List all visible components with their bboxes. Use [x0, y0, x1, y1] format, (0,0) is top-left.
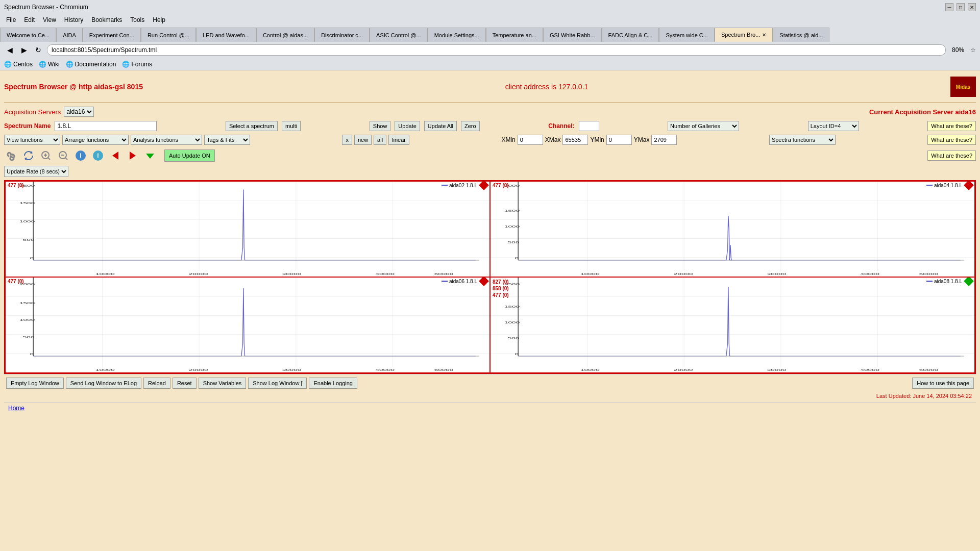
send-log-button[interactable]: Send Log Window to ELog	[66, 378, 141, 389]
arrange-functions-select[interactable]: Arrange functions	[62, 135, 129, 145]
next-arrow-button[interactable]	[126, 148, 140, 163]
tab-run-control[interactable]: Run Control @...	[141, 28, 196, 42]
new-button[interactable]: new	[354, 135, 372, 145]
svg-rect-36	[491, 182, 974, 277]
view-functions-select[interactable]: View functions	[4, 135, 60, 145]
layout-id-select[interactable]: Layout ID=4	[808, 121, 859, 131]
tab-asic[interactable]: ASIC Control @...	[370, 28, 428, 42]
spectra-functions-select[interactable]: Spectra functions	[769, 135, 836, 145]
tab-module[interactable]: Module Settings...	[428, 28, 486, 42]
channel-input[interactable]	[579, 121, 599, 131]
tab-discriminator[interactable]: Discriminator c...	[314, 28, 370, 42]
refresh-icon-button[interactable]	[21, 148, 36, 163]
svg-text:1500: 1500	[504, 210, 520, 213]
spectrum-label-4b: 858 (0)	[493, 285, 509, 292]
prev-arrow-button[interactable]	[108, 148, 122, 163]
bookmark-centos[interactable]: 🌐 Centos	[4, 61, 33, 68]
update-button[interactable]: Update	[395, 121, 420, 131]
back-button[interactable]: ◀	[4, 44, 15, 56]
menu-history[interactable]: History	[60, 15, 87, 24]
xmax-input[interactable]	[562, 135, 588, 145]
show-log-button[interactable]: Show Log Window [	[248, 378, 307, 389]
down-arrow-button[interactable]	[143, 148, 157, 163]
tab-temperature[interactable]: Temperature an...	[486, 28, 543, 42]
menu-tools[interactable]: Tools	[126, 15, 149, 24]
zoom-out-icon-button[interactable]	[56, 148, 70, 163]
svg-text:500: 500	[23, 239, 35, 242]
radioactive-icon-button[interactable]	[4, 148, 18, 163]
bookmark-forums[interactable]: 🌐 Forums	[122, 61, 152, 68]
ymax-input[interactable]	[651, 135, 677, 145]
header-divider	[4, 102, 976, 103]
linear-button[interactable]: linear	[388, 135, 409, 145]
empty-log-button[interactable]: Empty Log Window	[6, 378, 64, 389]
maximize-button[interactable]: □	[957, 3, 965, 11]
tags-fits-select[interactable]: Tags & Fits	[204, 135, 250, 145]
tab-system[interactable]: System wide C...	[659, 28, 715, 42]
tab-spectrum[interactable]: Spectrum Bro... ✕	[715, 28, 773, 42]
multi-button[interactable]: multi	[282, 121, 301, 131]
enable-logging-button[interactable]: Enable Logging	[309, 378, 357, 389]
zero-button[interactable]: Zero	[461, 121, 480, 131]
bookmark-documentation[interactable]: 🌐 Documentation	[66, 61, 116, 68]
svg-rect-78	[491, 278, 974, 372]
number-of-galleries-select[interactable]: Number of Galleries	[668, 121, 739, 131]
svg-marker-12	[112, 152, 118, 160]
xmin-input[interactable]	[518, 135, 543, 145]
home-link[interactable]: Home	[4, 403, 29, 414]
what-are-these-button-3[interactable]: What are these?	[927, 151, 976, 161]
info-icon-button-2[interactable]: i	[91, 148, 105, 163]
reload-nav-button[interactable]: ↻	[33, 44, 44, 56]
svg-text:60000: 60000	[434, 273, 454, 276]
tab-aida[interactable]: AIDA	[56, 28, 83, 42]
bookmark-icon[interactable]: ☆	[970, 46, 976, 54]
svg-text:i: i	[97, 152, 99, 159]
page-header: Spectrum Browser @ http aidas-gsl 8015 c…	[4, 73, 976, 100]
tab-experiment[interactable]: Experiment Con...	[83, 28, 141, 42]
show-variables-button[interactable]: Show Variables	[199, 378, 247, 389]
x-button[interactable]: x	[342, 135, 352, 145]
svg-text:40000: 40000	[861, 369, 880, 372]
menu-help[interactable]: Help	[149, 15, 169, 24]
menu-bookmarks[interactable]: Bookmarks	[87, 15, 126, 24]
tab-fadc[interactable]: FADC Align & C...	[602, 28, 659, 42]
midas-logo: Midas	[950, 77, 976, 97]
info-icon-button-1[interactable]: i	[74, 148, 88, 163]
analysis-functions-select[interactable]: Analysis functions	[131, 135, 202, 145]
zoom-in-icon-button[interactable]	[39, 148, 53, 163]
svg-marker-13	[130, 152, 136, 160]
tab-welcome[interactable]: Welcome to Ce...	[0, 28, 56, 42]
menu-file[interactable]: File	[2, 15, 20, 24]
bookmark-wiki[interactable]: 🌐 Wiki	[39, 61, 60, 68]
acquisition-server-select[interactable]: aida16	[64, 107, 94, 117]
xmin-label: XMin	[501, 136, 515, 143]
reload-button[interactable]: Reload	[143, 378, 170, 389]
auto-update-button[interactable]: Auto Update ON	[164, 149, 215, 162]
reset-button[interactable]: Reset	[173, 378, 197, 389]
tab-gsi[interactable]: GSI White Rabb...	[543, 28, 602, 42]
menu-edit[interactable]: Edit	[20, 15, 39, 24]
close-button[interactable]: ✕	[968, 3, 976, 11]
all-button[interactable]: all	[374, 135, 386, 145]
svg-text:30000: 30000	[767, 273, 787, 276]
what-are-these-button-1[interactable]: What are these?	[927, 121, 976, 131]
tab-control[interactable]: Control @ aidas...	[256, 28, 314, 42]
update-all-button[interactable]: Update All	[424, 121, 457, 131]
tabs-bar: Welcome to Ce... AIDA Experiment Con... …	[0, 26, 980, 42]
tab-close-icon[interactable]: ✕	[762, 32, 766, 38]
forward-button[interactable]: ▶	[18, 44, 30, 56]
xmax-label: XMax	[545, 136, 561, 143]
menu-view[interactable]: View	[39, 15, 60, 24]
tab-led[interactable]: LED and Wavefo...	[196, 28, 256, 42]
show-button[interactable]: Show	[370, 121, 391, 131]
how-to-button[interactable]: How to use this page	[912, 378, 974, 389]
tab-statistics[interactable]: Statistics @ aid...	[773, 28, 829, 42]
spectrum-name-input[interactable]	[55, 121, 157, 131]
update-rate-select[interactable]: Update Rate (8 secs)	[4, 166, 68, 177]
ymin-input[interactable]	[606, 135, 632, 145]
minimize-button[interactable]: ─	[945, 3, 953, 11]
address-input[interactable]	[47, 44, 946, 56]
select-spectrum-button[interactable]: Select a spectrum	[226, 121, 278, 131]
legend-text-4: aida08 1.8.L	[934, 279, 962, 284]
what-are-these-button-2[interactable]: What are these?	[927, 135, 976, 145]
